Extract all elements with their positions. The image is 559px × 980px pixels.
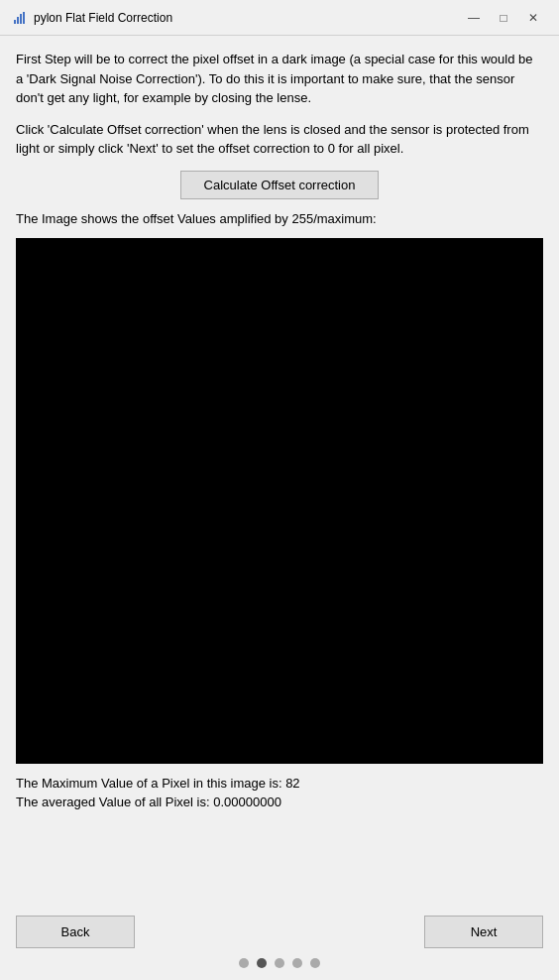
- progress-dot-2: [257, 958, 267, 968]
- progress-dot-4: [292, 958, 302, 968]
- app-icon: [12, 10, 28, 26]
- back-button[interactable]: Back: [16, 916, 135, 948]
- progress-dots: [16, 958, 543, 968]
- offset-image-display: [16, 238, 543, 764]
- calc-button-container: Calculate Offset correction: [16, 171, 543, 199]
- close-button[interactable]: ✕: [519, 8, 547, 28]
- maximize-button[interactable]: □: [490, 8, 517, 28]
- max-pixel-value: The Maximum Value of a Pixel in this ima…: [16, 776, 543, 791]
- title-bar-left: pylon Flat Field Correction: [12, 10, 172, 26]
- progress-dot-5: [310, 958, 320, 968]
- svg-rect-3: [23, 12, 25, 24]
- minimize-button[interactable]: —: [460, 8, 488, 28]
- description-paragraph-2: Click 'Calculate Offset correction' when…: [16, 120, 543, 159]
- window-controls: — □ ✕: [460, 8, 547, 28]
- bottom-bar: Back Next: [0, 906, 559, 980]
- calculate-offset-button[interactable]: Calculate Offset correction: [180, 171, 379, 199]
- svg-rect-1: [17, 17, 19, 24]
- stats-section: The Maximum Value of a Pixel in this ima…: [16, 776, 543, 809]
- main-window: pylon Flat Field Correction — □ ✕ First …: [0, 0, 559, 980]
- progress-dot-1: [239, 958, 249, 968]
- nav-buttons: Back Next: [16, 916, 543, 948]
- description-paragraph-1: First Step will be to correct the pixel …: [16, 50, 543, 108]
- title-bar: pylon Flat Field Correction — □ ✕: [0, 0, 559, 36]
- next-button[interactable]: Next: [424, 916, 543, 948]
- svg-rect-2: [20, 14, 22, 24]
- progress-dot-3: [275, 958, 284, 968]
- svg-rect-0: [14, 20, 16, 24]
- main-content: First Step will be to correct the pixel …: [0, 36, 559, 906]
- avg-pixel-value: The averaged Value of all Pixel is: 0.00…: [16, 795, 543, 809]
- window-title: pylon Flat Field Correction: [34, 11, 172, 25]
- image-section-label: The Image shows the offset Values amplif…: [16, 211, 543, 226]
